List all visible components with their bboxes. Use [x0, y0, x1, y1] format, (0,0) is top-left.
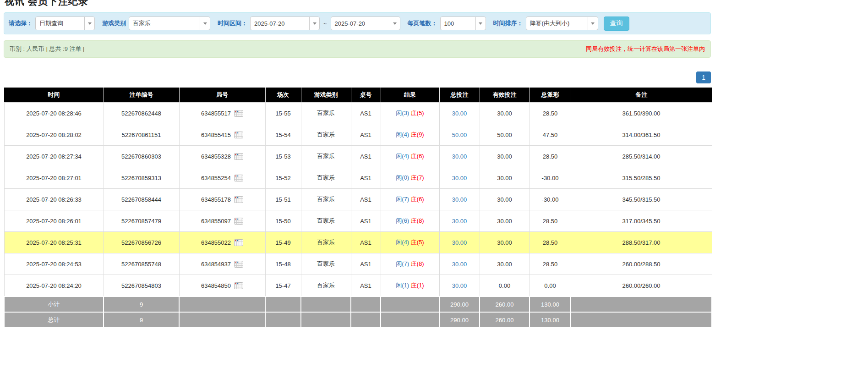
round-number: 634854850: [201, 282, 231, 289]
total-empty: [351, 312, 381, 328]
table-header-row: 时间注单编号局号场次游戏类别桌号结果总投注有效投注总派彩备注: [4, 88, 712, 103]
subtotal-empty: [179, 297, 265, 312]
cell-bet-id: 522670859313: [104, 167, 179, 189]
chevron-down-icon[interactable]: [309, 17, 319, 30]
total-bet-link[interactable]: 30.00: [452, 218, 467, 225]
cell-payout: 28.50: [530, 103, 571, 124]
chevron-down-icon[interactable]: [390, 17, 400, 30]
query-type-label: 请选择：: [9, 19, 33, 27]
cell-round: 634855178: [179, 189, 265, 210]
total-bet-link[interactable]: 30.00: [452, 110, 467, 117]
total-bet-link[interactable]: 30.00: [452, 196, 467, 203]
note-warning-text: 同局有效投注，统一计算在该局第一张注单内: [586, 45, 705, 53]
pagination: 1: [4, 71, 711, 83]
result-player: 闲(4): [396, 131, 409, 138]
cell-round: 634855328: [179, 146, 265, 167]
result-player: 闲(7): [396, 196, 409, 203]
cell-time: 2025-07-20 08:26:01: [4, 210, 104, 232]
roadmap-icon[interactable]: [234, 110, 243, 117]
cell-table-no: AS1: [351, 232, 381, 253]
total-total-bet: 290.00: [439, 312, 480, 328]
result-banker: 庄(5): [411, 239, 424, 246]
chevron-down-icon[interactable]: [200, 17, 210, 30]
column-header-7: 总投注: [439, 88, 480, 103]
round-number: 634854937: [201, 261, 231, 268]
roadmap-icon[interactable]: [234, 153, 243, 160]
round-number: 634855254: [201, 175, 231, 181]
cell-bet-id: 522670856726: [104, 232, 179, 253]
game-type-value: 百家乐: [129, 19, 200, 27]
chevron-down-icon[interactable]: [84, 17, 94, 30]
summary-bar: 币别 : 人民币 | 总共 :9 注单 | 同局有效投注，统一计算在该局第一张注…: [4, 40, 711, 58]
column-header-5: 桌号: [351, 88, 381, 103]
column-header-8: 有效投注: [480, 88, 530, 103]
cell-time: 2025-07-20 08:28:02: [4, 124, 104, 146]
game-type-select[interactable]: 百家乐: [129, 16, 210, 30]
chevron-down-icon[interactable]: [588, 17, 598, 30]
round-number: 634855022: [201, 239, 231, 246]
round-wrap: 634855097: [201, 218, 243, 225]
search-button[interactable]: 查询: [604, 16, 629, 31]
date-from-select[interactable]: 2025-07-20: [250, 16, 320, 30]
subtotal-empty: [381, 297, 439, 312]
page-size-select[interactable]: 100: [440, 16, 486, 30]
cell-payout: 47.50: [530, 124, 571, 146]
cell-valid-bet: 30.00: [480, 189, 530, 210]
cell-game-type: 百家乐: [301, 210, 351, 232]
result-banker: 庄(6): [411, 153, 424, 159]
subtotal-row: 小计9290.00260.00130.00: [4, 297, 712, 312]
round-wrap: 634855328: [201, 153, 243, 160]
result-banker: 庄(8): [411, 217, 424, 224]
query-type-select[interactable]: 日期查询: [35, 16, 95, 30]
cell-payout: 0.00: [530, 275, 571, 297]
time-sort-value: 降幂(由大到小): [526, 19, 588, 27]
cell-game-type: 百家乐: [301, 124, 351, 146]
chevron-down-icon[interactable]: [475, 17, 486, 30]
date-from-value: 2025-07-20: [251, 20, 309, 27]
subtotal-empty: [301, 297, 351, 312]
cell-game-type: 百家乐: [301, 275, 351, 297]
page-1-button[interactable]: 1: [696, 71, 711, 83]
cell-note: 260.00/288.50: [571, 253, 712, 275]
cell-valid-bet: 30.00: [480, 146, 530, 167]
cell-note: 315.50/285.50: [571, 167, 712, 189]
total-bet-link[interactable]: 30.00: [452, 175, 467, 181]
cell-result: 闲(6) 庄(8): [381, 210, 439, 232]
cell-round: 634855022: [179, 232, 265, 253]
cell-result: 闲(4) 庄(6): [381, 146, 439, 167]
cell-time: 2025-07-20 08:25:31: [4, 232, 104, 253]
subtotal-label: 小计: [4, 297, 104, 312]
total-bet-link[interactable]: 30.00: [452, 282, 467, 289]
result-banker: 庄(7): [411, 174, 424, 181]
cell-note: 361.50/390.00: [571, 103, 712, 124]
roadmap-icon[interactable]: [234, 239, 243, 246]
cell-time: 2025-07-20 08:26:33: [4, 189, 104, 210]
roadmap-icon[interactable]: [234, 175, 243, 181]
query-type-value: 日期查询: [36, 19, 84, 27]
cell-session: 15-51: [265, 189, 301, 210]
cell-result: 闲(0) 庄(7): [381, 167, 439, 189]
roadmap-icon[interactable]: [234, 261, 243, 268]
total-bet-link[interactable]: 30.00: [452, 239, 467, 246]
cell-valid-bet: 30.00: [480, 167, 530, 189]
cell-game-type: 百家乐: [301, 167, 351, 189]
total-bet-link[interactable]: 30.00: [452, 153, 467, 160]
roadmap-icon[interactable]: [234, 132, 243, 138]
cell-result: 闲(1) 庄(1): [381, 275, 439, 297]
subtotal-count: 9: [104, 297, 179, 312]
time-sort-select[interactable]: 降幂(由大到小): [526, 16, 598, 30]
roadmap-icon[interactable]: [234, 196, 243, 203]
cell-session: 15-50: [265, 210, 301, 232]
cell-result: 闲(4) 庄(9): [381, 124, 439, 146]
date-range-label: 时间区间：: [218, 19, 247, 27]
round-number: 634855178: [201, 196, 231, 203]
roadmap-icon[interactable]: [234, 218, 243, 225]
total-bet-link[interactable]: 50.00: [452, 132, 467, 138]
date-to-select[interactable]: 2025-07-20: [331, 16, 400, 30]
table-row: 2025-07-20 08:25:31522670856726634855022…: [4, 232, 712, 253]
cell-session: 15-47: [265, 275, 301, 297]
column-header-6: 结果: [381, 88, 439, 103]
roadmap-icon[interactable]: [234, 282, 243, 289]
page-size-label: 每页笔数：: [408, 19, 437, 27]
total-bet-link[interactable]: 30.00: [452, 261, 467, 268]
